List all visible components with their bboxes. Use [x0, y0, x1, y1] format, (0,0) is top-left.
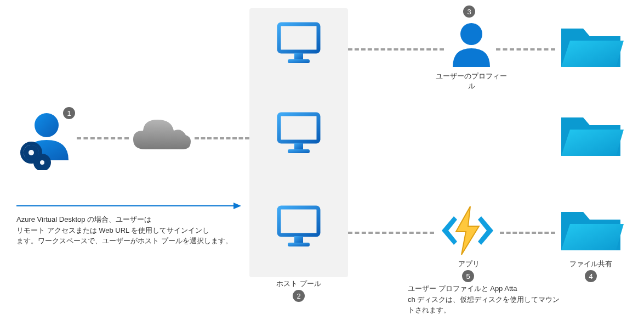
caption-line: ます。ワークスペースで、ユーザーがホスト プールを選択します。: [16, 236, 239, 246]
svg-point-16: [460, 23, 482, 45]
svg-point-0: [35, 113, 59, 137]
hostpool-label: ホスト プール: [249, 279, 348, 289]
profile-label: ユーザーのプロフィール: [433, 71, 510, 91]
caption-line: リモート アクセスまたは Web URL を使用してサインインし: [16, 225, 239, 236]
badge-5: 5: [462, 270, 474, 282]
svg-rect-14: [294, 236, 303, 243]
connector: [348, 232, 434, 234]
step5-caption: ユーザー プロファイルと App Atta ch ディスクは、仮想ディスクを使用…: [408, 283, 561, 314]
badge-2: 2: [293, 290, 305, 302]
apps-label: アプリ: [438, 259, 499, 269]
monitor-icon: [276, 204, 322, 252]
badge-1: 1: [63, 107, 75, 119]
user-gear-icon: [19, 110, 74, 172]
caption-line: ユーザー プロファイルと App Atta: [408, 283, 561, 294]
connector: [500, 232, 555, 234]
connector: [348, 48, 444, 51]
svg-rect-11: [294, 143, 303, 149]
connector: [496, 48, 555, 51]
badge-4: 4: [585, 270, 597, 282]
svg-point-6: [40, 160, 44, 165]
svg-rect-12: [288, 149, 310, 153]
connector: [195, 137, 249, 139]
monitor-icon: [276, 111, 322, 159]
svg-rect-7: [279, 24, 318, 52]
connector: [77, 137, 129, 139]
svg-rect-15: [288, 243, 310, 246]
svg-rect-10: [279, 114, 318, 142]
step1-caption: Azure Virtual Desktop の場合、ユーザーは リモート アクセ…: [16, 214, 239, 246]
caption-line: Azure Virtual Desktop の場合、ユーザーは: [16, 214, 239, 225]
folder-icon: [558, 202, 624, 259]
flow-arrow-head: [233, 203, 241, 209]
caption-line: ch ディスクは、仮想ディスクを使用してマウン: [408, 294, 561, 305]
svg-rect-9: [288, 59, 310, 63]
svg-rect-8: [294, 53, 303, 59]
folder-icon: [558, 19, 624, 75]
monitor-icon: [276, 21, 322, 69]
caption-line: トされます。: [408, 305, 561, 314]
fileshare-label: ファイル共有: [558, 259, 624, 269]
user-profile-icon: [449, 21, 493, 72]
folder-icon: [558, 108, 624, 164]
badge-3: 3: [463, 5, 475, 18]
cloud-icon: [129, 115, 195, 161]
svg-point-5: [29, 150, 34, 155]
flow-arrow: [16, 205, 235, 206]
apps-icon: [437, 203, 498, 260]
svg-rect-13: [279, 208, 318, 235]
